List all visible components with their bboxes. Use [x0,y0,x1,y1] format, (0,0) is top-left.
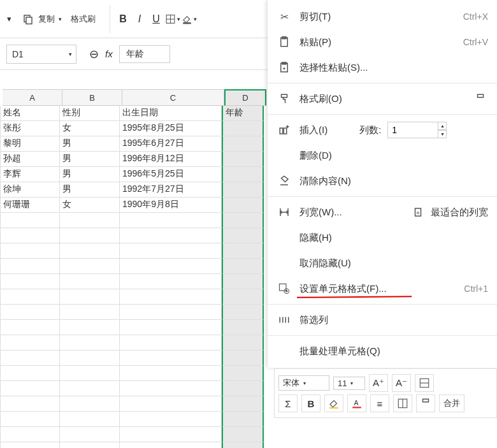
cell[interactable] [222,305,264,320]
ctx-clear[interactable]: 清除内容(N) [268,168,497,194]
cell[interactable]: 1996年8月12日 [120,152,222,167]
ctx-unhide[interactable]: 取消隐藏(U) [268,250,497,276]
name-box[interactable]: D1 ▾ [6,45,76,64]
cell[interactable]: 女 [60,198,120,213]
copy-button[interactable]: 复制▾ [17,9,66,29]
cell[interactable]: 孙超 [0,152,60,167]
cell[interactable]: 性别 [60,106,120,121]
cell[interactable] [222,381,264,396]
ctx-cut[interactable]: ✂ 剪切(T) Ctrl+X [268,4,497,29]
italic-button[interactable]: I [132,11,147,27]
cell[interactable] [60,335,120,350]
cell[interactable] [222,152,264,167]
cell[interactable] [120,350,222,366]
mini-align[interactable]: ≡ [370,394,389,412]
ctx-paste-special[interactable]: 选择性粘贴(S)... [268,55,497,80]
cell[interactable] [120,427,222,442]
mini-bold[interactable]: B [301,394,321,412]
format-painter-button[interactable]: 格式刷 [67,11,99,27]
cell[interactable] [60,289,120,305]
cell[interactable] [120,412,222,427]
cell[interactable] [120,259,222,274]
cell[interactable]: 何珊珊 [0,198,60,213]
cell[interactable] [0,243,60,259]
name-box-dropdown-icon[interactable]: ▾ [69,51,72,57]
fx-label[interactable]: fx [105,48,113,59]
cell[interactable] [60,305,120,320]
cell[interactable] [120,396,222,412]
cell[interactable] [0,381,60,396]
cell[interactable] [0,213,60,228]
cell[interactable]: 李辉 [0,167,60,182]
col-header-C[interactable]: C [122,89,224,106]
cell[interactable] [0,396,60,412]
cell[interactable] [0,366,60,381]
cell[interactable] [60,381,120,396]
cell[interactable]: 1992年7月27日 [120,182,222,198]
underline-button[interactable]: U [148,11,164,27]
mini-autosum[interactable]: Σ [278,394,298,412]
cell[interactable] [60,274,120,289]
cell[interactable] [60,442,120,448]
cell[interactable] [0,427,60,442]
cell[interactable] [60,350,120,366]
cell[interactable]: 男 [60,167,120,182]
cell[interactable] [222,243,264,259]
paste-button[interactable]: ▾ [3,11,15,26]
cell[interactable] [0,305,60,320]
cell[interactable] [60,213,120,228]
cell[interactable] [222,228,264,243]
cell[interactable] [222,335,264,350]
ctx-delete[interactable]: 删除(D) [268,143,497,168]
insert-cols-up[interactable]: ▲ [438,122,447,130]
mini-fill-color[interactable] [324,394,343,412]
cell[interactable] [0,412,60,427]
mini-font-color[interactable]: A [347,394,366,412]
ctx-col-width[interactable]: 列宽(W)... a 最适合的列宽 [268,199,497,225]
cell[interactable] [222,274,264,289]
cell[interactable] [120,305,222,320]
cell[interactable] [120,366,222,381]
cell[interactable] [222,396,264,412]
cell[interactable] [120,381,222,396]
cell[interactable]: 徐坤 [0,182,60,198]
cell[interactable] [120,228,222,243]
cell[interactable]: 男 [60,182,120,198]
mini-borders[interactable] [415,374,434,392]
cell[interactable] [60,320,120,335]
mini-font-select[interactable]: 宋体▾ [278,375,329,391]
cell[interactable] [120,213,222,228]
cell[interactable] [0,259,60,274]
cell[interactable] [120,243,222,259]
cell[interactable]: 黎明 [0,136,60,152]
cell[interactable] [222,320,264,335]
col-header-D[interactable]: D [224,89,266,106]
col-header-A[interactable]: A [3,89,62,106]
bold-button[interactable]: B [115,11,131,27]
cell[interactable] [120,442,222,448]
cell[interactable] [0,442,60,448]
cell[interactable] [222,350,264,366]
mini-merge[interactable]: 合并 [439,394,465,412]
ctx-filter[interactable]: 筛选列 [268,307,497,333]
cell[interactable] [120,289,222,305]
cell[interactable] [0,350,60,366]
cell[interactable] [0,274,60,289]
cell[interactable]: 1990年9月8日 [120,198,222,213]
cell[interactable]: 男 [60,136,120,152]
cell[interactable]: 年龄 [222,106,264,121]
cell[interactable] [222,167,264,182]
cell[interactable] [120,274,222,289]
ctx-hide[interactable]: 隐藏(H) [268,225,497,250]
zoom-out-icon[interactable]: ⊖ [89,47,99,61]
cell[interactable] [0,335,60,350]
insert-cols-input[interactable] [387,122,438,138]
cell[interactable] [222,366,264,381]
cell[interactable] [60,427,120,442]
cell[interactable] [120,335,222,350]
mini-format-painter[interactable] [416,394,435,412]
cell[interactable] [120,320,222,335]
borders-button[interactable]: ▾ [165,11,180,27]
formula-input[interactable]: 年龄 [119,45,170,63]
cell[interactable] [60,243,120,259]
